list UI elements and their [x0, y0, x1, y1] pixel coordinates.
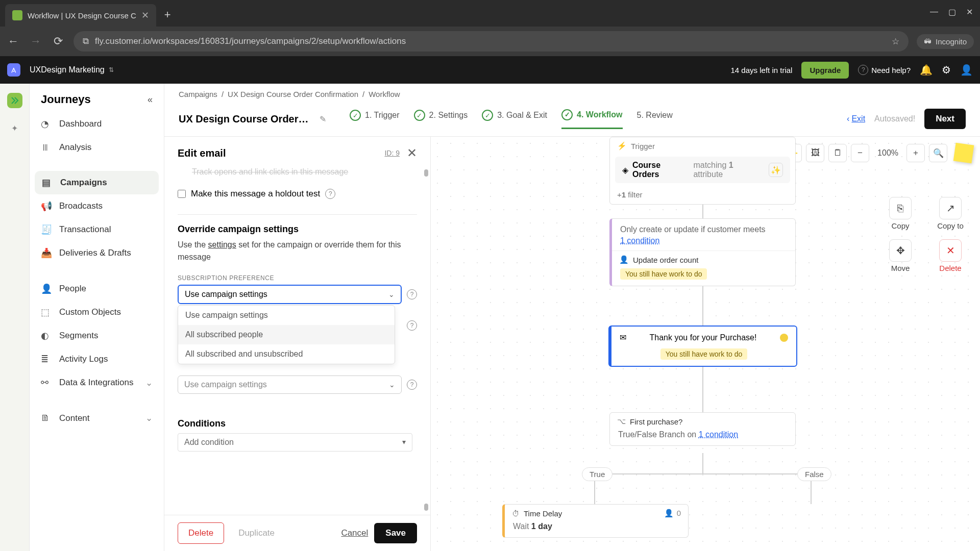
workflow-canvas[interactable]: ✨ 🖼 🗒 − 100% + 🔍: [431, 137, 980, 551]
scrollbar-thumb[interactable]: [424, 169, 428, 177]
dropdown-option[interactable]: All subscribed and unsubscribed: [178, 344, 395, 364]
account-icon[interactable]: 👤: [960, 64, 973, 76]
condition-link[interactable]: 1 condition: [620, 236, 659, 245]
search-icon[interactable]: 🔍: [929, 144, 947, 162]
subscription-pref-select[interactable]: Use campaign settings ⌄: [178, 285, 402, 304]
settings-link[interactable]: settings: [208, 240, 236, 249]
site-settings-icon[interactable]: ⧉: [83, 36, 89, 46]
image-icon[interactable]: 🖼: [806, 144, 824, 162]
incognito-icon: 🕶: [924, 37, 932, 46]
sidebar-item-content[interactable]: 🗎Content⌄: [30, 407, 164, 430]
rail-other-icon[interactable]: ✦: [7, 120, 22, 136]
breadcrumb-campaigns[interactable]: Campaigns: [179, 90, 217, 98]
sidebar-item-segments[interactable]: ◐Segments: [30, 324, 164, 347]
incognito-badge[interactable]: 🕶 Incognito: [917, 34, 974, 49]
back-button[interactable]: ←: [6, 35, 20, 48]
chevron-updown-icon: ⇅: [109, 66, 114, 73]
node-branch[interactable]: ⌥First purchase? True/False Branch on 1 …: [609, 412, 796, 446]
help-icon[interactable]: ?: [407, 289, 417, 299]
sidebar-rail: ✦: [0, 84, 30, 551]
help-icon[interactable]: ?: [325, 189, 335, 199]
pie-icon: ◐: [41, 330, 52, 341]
step-workflow[interactable]: ✓4. Workflow: [561, 109, 623, 129]
node-time-delay[interactable]: ⏱Time Delay 👤0 Wait 1 day: [502, 504, 689, 538]
sidebar-item-deliveries[interactable]: 📥Deliveries & Drafts: [30, 241, 164, 265]
url-bar[interactable]: ⧉ fly.customer.io/workspaces/160831/jour…: [74, 31, 909, 52]
second-select[interactable]: Use campaign settings ⌄: [178, 375, 402, 394]
sidebar-item-activity-logs[interactable]: ≣Activity Logs: [30, 347, 164, 371]
close-panel-icon[interactable]: ✕: [407, 146, 417, 160]
edit-scroll-area[interactable]: Track opens and link clicks in this mess…: [164, 165, 430, 515]
window-controls: — ▢ ✕: [930, 7, 973, 17]
url-text: fly.customer.io/workspaces/160831/journe…: [95, 36, 886, 46]
chevron-left-icon: ‹: [847, 114, 849, 123]
next-button[interactable]: Next: [924, 109, 966, 129]
cancel-link[interactable]: Cancel: [341, 528, 368, 538]
zoom-in-button[interactable]: +: [906, 144, 925, 162]
sidebar-item-people[interactable]: 👤People: [30, 277, 164, 300]
sidebar-item-campaigns[interactable]: ▤Campaigns: [35, 171, 159, 194]
duplicate-button[interactable]: Duplicate: [230, 523, 283, 543]
branch-condition-link[interactable]: 1 condition: [699, 430, 738, 439]
gauge-icon: ◔: [41, 118, 52, 130]
copy-to-action[interactable]: ↗Copy to: [930, 197, 971, 230]
help-icon[interactable]: ?: [407, 320, 417, 331]
node-update[interactable]: Only create or update if customer meets …: [609, 218, 796, 286]
holdout-checkbox-row[interactable]: Make this message a holdout test ?: [178, 182, 417, 206]
help-icon[interactable]: ?: [407, 380, 417, 390]
save-button[interactable]: Save: [374, 523, 417, 543]
add-condition-select[interactable]: Add condition ▾: [178, 433, 412, 452]
note-icon[interactable]: 🗒: [828, 144, 847, 162]
connector: [702, 453, 703, 473]
user-icon: 👤: [41, 283, 52, 294]
reload-button[interactable]: ⟳: [51, 35, 65, 48]
workspace-switcher[interactable]: UXDesign Marketing ⇅: [30, 65, 114, 74]
holdout-checkbox[interactable]: [178, 190, 186, 198]
sidebar-item-analysis[interactable]: ⫼Analysis: [30, 136, 164, 159]
status-badge: You still have work to do: [660, 348, 747, 360]
bookmark-icon[interactable]: ☆: [892, 36, 899, 47]
trigger-object-pill[interactable]: ◈ Course Orders matching 1 attribute ✨: [615, 157, 790, 183]
settings-gear-icon[interactable]: ⚙: [942, 64, 951, 76]
sidebar-item-transactional[interactable]: 🧾Transactional: [30, 218, 164, 241]
step-trigger[interactable]: ✓1. Trigger: [350, 109, 400, 129]
sidebar-item-custom-objects[interactable]: ⬚Custom Objects: [30, 300, 164, 324]
close-tab-icon[interactable]: ✕: [141, 10, 149, 21]
new-tab-button[interactable]: +: [159, 8, 176, 21]
maximize-icon[interactable]: ▢: [948, 7, 956, 17]
delete-action[interactable]: ✕Delete: [930, 239, 971, 272]
move-action[interactable]: ✥Move: [880, 239, 921, 272]
zoom-out-button[interactable]: −: [851, 144, 869, 162]
rail-journeys-icon[interactable]: [7, 93, 22, 108]
subscription-pref-dropdown: Use campaign settings All subscribed peo…: [178, 305, 395, 364]
dropdown-option[interactable]: All subscribed people: [178, 325, 395, 344]
breadcrumb-campaign-name[interactable]: UX Design Course Order Confirmation: [228, 90, 358, 98]
id-link[interactable]: ID: 9: [384, 149, 400, 157]
notifications-icon[interactable]: 🔔: [920, 64, 933, 76]
upgrade-button[interactable]: Upgrade: [801, 62, 849, 79]
sidebar-item-data-integrations[interactable]: ⚯Data & Integrations⌄: [30, 371, 164, 394]
app-logo-icon[interactable]: ⟑: [7, 63, 20, 77]
forward-button[interactable]: →: [29, 35, 43, 48]
browser-tab[interactable]: Workflow | UX Design Course C ✕: [5, 4, 156, 27]
help-link[interactable]: ? Need help?: [858, 65, 911, 75]
sidebar-item-broadcasts[interactable]: 📢Broadcasts: [30, 194, 164, 218]
sparkle-icon[interactable]: ✨: [769, 163, 783, 177]
check-icon: ✓: [561, 109, 573, 120]
step-review[interactable]: 5. Review: [637, 109, 673, 129]
collapse-sidebar-icon[interactable]: «: [148, 94, 153, 105]
sidebar-item-dashboard[interactable]: ◔Dashboard: [30, 112, 164, 136]
step-settings[interactable]: ✓2. Settings: [414, 109, 468, 129]
close-window-icon[interactable]: ✕: [966, 7, 973, 17]
sticky-note-icon[interactable]: [953, 143, 974, 164]
edit-title-icon[interactable]: ✎: [320, 114, 326, 124]
exit-link[interactable]: ‹Exit: [847, 114, 865, 123]
minimize-icon[interactable]: —: [930, 7, 938, 17]
delete-button[interactable]: Delete: [178, 522, 224, 544]
dropdown-option[interactable]: Use campaign settings: [178, 306, 395, 325]
step-goal-exit[interactable]: ✓3. Goal & Exit: [482, 109, 547, 129]
node-trigger[interactable]: ⚡Trigger ◈ Course Orders matching 1 attr…: [609, 137, 796, 205]
copy-action[interactable]: ⎘Copy: [880, 197, 921, 230]
node-email[interactable]: ✉ Thank you for your Purchase! You still…: [608, 325, 797, 367]
scrollbar-thumb[interactable]: [424, 504, 428, 511]
